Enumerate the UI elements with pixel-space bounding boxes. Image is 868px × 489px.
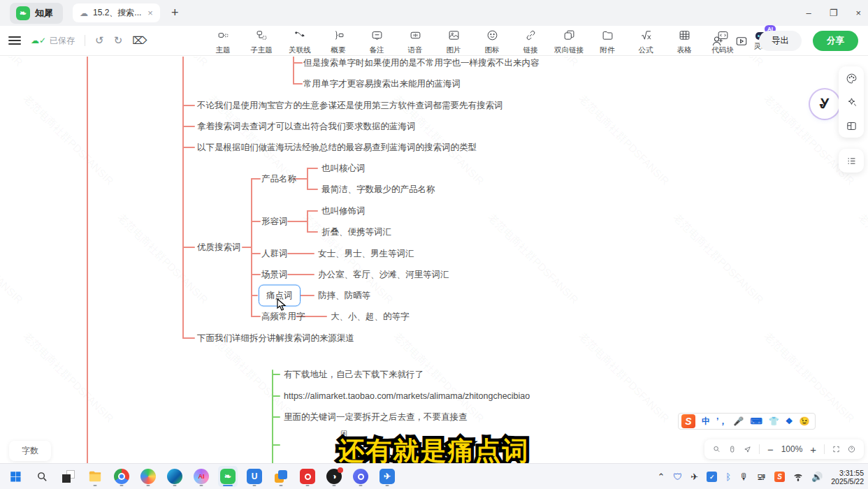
- tray-bluetooth-icon[interactable]: ᛒ: [725, 472, 731, 482]
- mindmap-node[interactable]: 也叫修饰词: [321, 205, 366, 217]
- app-u-icon[interactable]: U: [245, 466, 264, 487]
- close-button[interactable]: ×: [855, 8, 861, 18]
- mindmap-node[interactable]: https://alimarket.taobao.com/markets/ali…: [284, 391, 530, 401]
- edge-icon[interactable]: [165, 466, 185, 487]
- app-squares-icon[interactable]: [271, 466, 291, 487]
- zoom-in-button[interactable]: +: [810, 444, 816, 455]
- mindmap-node[interactable]: 产品名称: [261, 173, 296, 185]
- tray-chevron-icon[interactable]: ⌃: [657, 472, 665, 482]
- mindmap-node[interactable]: 折叠、便携等词汇: [321, 226, 391, 238]
- tray-sync-check-icon[interactable]: ✓: [707, 472, 717, 482]
- tool-note[interactable]: 备注: [361, 26, 393, 55]
- ime-toolbox-icon[interactable]: ❖: [786, 416, 793, 426]
- mindmap-node[interactable]: 但是搜索单字时如果使用的是不常用字也一样搜索不出来内容: [303, 57, 540, 69]
- export-button[interactable]: 导出: [759, 31, 802, 51]
- undo-icon[interactable]: ↺: [95, 34, 104, 47]
- mindmap-node[interactable]: 高频常用字: [261, 311, 305, 323]
- tool-table[interactable]: 表格: [668, 26, 700, 55]
- mindmap-canvas[interactable]: 老范电商社群PDSFANSIR老范电商社群PDSFANSIR老范电商社群PDSF…: [0, 57, 868, 463]
- mindmap-node[interactable]: 最简洁、字数最少的产品名称: [321, 184, 435, 196]
- mindmap-node[interactable]: 以下是根据咱们做蓝海玩法经验总结的最容易查到蓝海词的搜索词的类型: [197, 142, 477, 154]
- mindmap-node[interactable]: 女士、男士、男生等词汇: [318, 248, 414, 260]
- tool-topic[interactable]: 主题: [207, 26, 239, 55]
- ring-app-icon[interactable]: [351, 466, 370, 487]
- tool-relation-line[interactable]: 关联线: [284, 26, 316, 55]
- mindmap-node[interactable]: 不论我们是使用淘宝官方的生意参谋还是使用第三方软件查词都需要先有搜索词: [197, 100, 503, 112]
- tool-image[interactable]: 图片: [437, 26, 470, 55]
- fullscreen-icon[interactable]: [832, 444, 840, 454]
- format-painter-icon[interactable]: ⌦: [132, 34, 147, 47]
- outline-list-icon[interactable]: [839, 149, 864, 173]
- tray-volume-icon[interactable]: 🔊: [811, 472, 823, 482]
- tray-audio-device-icon[interactable]: 🖳: [757, 472, 766, 482]
- zoom-out-button[interactable]: −: [767, 444, 774, 455]
- sogou-logo-icon[interactable]: S: [681, 414, 695, 428]
- video-tutorial-icon[interactable]: [735, 35, 748, 48]
- tool-bidirectional-link[interactable]: 双向链接: [553, 26, 585, 55]
- magic-beautify-icon[interactable]: [839, 90, 864, 114]
- search-node-icon[interactable]: [713, 444, 721, 454]
- mindmap-node[interactable]: 人群词: [261, 248, 288, 260]
- tray-telegram-icon[interactable]: ✈: [690, 472, 698, 482]
- ai-app-icon[interactable]: AI: [191, 466, 211, 487]
- mindmap-node[interactable]: 下面我们详细拆分讲解搜索词的来源渠道: [197, 333, 354, 344]
- tool-attachment[interactable]: 附件: [591, 26, 623, 55]
- share-button[interactable]: 分享: [813, 31, 858, 51]
- ime-punctuation[interactable]: ’，: [716, 416, 727, 428]
- ime-emoji-icon[interactable]: 😉: [799, 416, 809, 426]
- meeting-app-icon[interactable]: ✈: [377, 466, 397, 487]
- ime-mic-icon[interactable]: 🎤: [733, 416, 744, 426]
- mindmap-node[interactable]: 常用单字才更容易搜索出来能用的蓝海词: [303, 78, 461, 90]
- redo-icon[interactable]: ↻: [114, 34, 123, 47]
- mouse-mode-icon[interactable]: [728, 444, 736, 454]
- obs-icon[interactable]: ◑: [324, 466, 344, 487]
- menu-button[interactable]: [8, 36, 21, 45]
- tool-voice[interactable]: 语音: [399, 26, 431, 55]
- tool-formula[interactable]: 公式: [630, 26, 662, 55]
- ime-toolbar[interactable]: S 中 ’， 🎤 ⌨ 👕 ❖ 😉: [678, 413, 816, 430]
- ime-mode-chinese[interactable]: 中: [702, 416, 710, 428]
- browser-360-icon[interactable]: [138, 466, 158, 487]
- tool-subtopic[interactable]: 子主题: [245, 26, 277, 55]
- mindmap-node[interactable]: 防摔、防晒等: [318, 290, 370, 302]
- taskbar-search-icon[interactable]: [32, 466, 52, 487]
- word-count-badge[interactable]: 字数: [9, 441, 51, 461]
- ime-skin-icon[interactable]: 👕: [769, 416, 779, 426]
- tray-wifi-icon[interactable]: [793, 472, 803, 482]
- mindmap-node[interactable]: 办公室、客厅、沙滩、河里等词汇: [318, 269, 449, 281]
- app-home-button[interactable]: ❧ 知犀: [10, 3, 63, 24]
- ai-assistant-button[interactable]: Ꮍ: [812, 92, 837, 117]
- tray-shield-icon[interactable]: 🛡: [673, 472, 682, 482]
- new-tab-button[interactable]: +: [171, 6, 179, 20]
- tray-sogou-icon[interactable]: S: [774, 472, 785, 482]
- theme-style-icon[interactable]: [839, 66, 864, 90]
- mindmap-node[interactable]: 优质搜索词: [197, 242, 241, 254]
- task-view-icon[interactable]: [59, 466, 78, 487]
- document-tab[interactable]: ☁ 15.2、搜索... ×: [73, 3, 160, 22]
- mindmap-node[interactable]: 大、小、超、的等字: [331, 311, 410, 323]
- layout-structure-icon[interactable]: [839, 114, 864, 138]
- ime-keyboard-icon[interactable]: ⌨: [750, 416, 762, 426]
- tool-summary[interactable]: 概要: [322, 26, 354, 55]
- tab-close-icon[interactable]: ×: [147, 8, 153, 18]
- chrome-icon[interactable]: [112, 466, 131, 487]
- tray-microphone-icon[interactable]: 🎙: [739, 472, 748, 482]
- mindmap-node[interactable]: 有下载地址，自己去下载下来就行了: [284, 369, 424, 381]
- minimize-button[interactable]: –: [806, 8, 811, 18]
- collaborate-icon[interactable]: [711, 35, 724, 48]
- mindmap-node[interactable]: 场景词: [261, 269, 288, 281]
- help-icon[interactable]: [848, 444, 855, 454]
- zoom-level[interactable]: 100%: [781, 444, 803, 454]
- file-explorer-icon[interactable]: [85, 466, 105, 487]
- mindmap-node[interactable]: 里面的关键词一定要拆开之后去查，不要直接查: [284, 411, 468, 423]
- recorder-app-icon[interactable]: [298, 466, 317, 487]
- mindmap-node[interactable]: 也叫核心词: [321, 163, 366, 175]
- mindmap-node[interactable]: 拿着搜索词去查词才可以查出符合我们要求数据的蓝海词: [197, 121, 416, 133]
- tray-clock[interactable]: 3:31:55 2025/5/22: [831, 469, 864, 486]
- tool-link[interactable]: 链接: [514, 26, 547, 55]
- start-button[interactable]: [6, 466, 25, 487]
- restore-button[interactable]: ❐: [830, 8, 838, 18]
- zhixi-app-icon[interactable]: ❧: [218, 466, 238, 487]
- tool-emoji[interactable]: 图标: [476, 26, 508, 55]
- pointer-mode-icon[interactable]: [744, 444, 751, 454]
